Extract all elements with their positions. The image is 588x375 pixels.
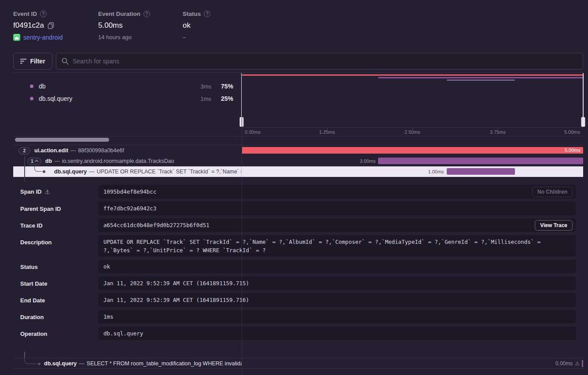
span-bar[interactable]	[378, 158, 583, 164]
axis-tick: 0.00ms	[245, 129, 261, 135]
project-link[interactable]: sentry-android	[13, 34, 63, 41]
detail-row-end-date: End Date Jan 11, 2022 9:52:39 AM CET (16…	[13, 293, 583, 307]
status-sub: –	[183, 34, 210, 40]
separator: —	[89, 169, 95, 175]
span-row-ui-action-edit[interactable]: 2 ui.action.edit — 88f300998a0b4e6f 5.00…	[13, 145, 583, 156]
detail-label: Trace ID	[20, 222, 43, 228]
children-count-badge[interactable]: 2	[18, 147, 30, 154]
children-count-badge[interactable]: 1	[27, 158, 41, 165]
copy-icon[interactable]	[48, 22, 54, 29]
span-op: ui.action.edit	[34, 147, 68, 154]
span-op: db.sql.query	[54, 169, 87, 175]
tree-elbow-connector	[24, 358, 37, 364]
zero-duration-bar	[582, 360, 583, 367]
legend-item-db-sql-query[interactable]: db.sql.query 1ms 25%	[13, 92, 242, 105]
filter-label: Filter	[30, 58, 45, 65]
chevron-up-icon	[35, 160, 38, 163]
help-icon[interactable]: ?	[143, 11, 150, 17]
detail-value: 1ms	[98, 310, 576, 324]
detail-value: UPDATE OR REPLACE `Track` SET `TrackId` …	[98, 235, 576, 257]
detail-value: ffe7dbc92a6942c3	[98, 202, 576, 215]
detail-row-parent-span-id: Parent Span ID ffe7dbc92a6942c3	[13, 202, 583, 215]
search-icon	[62, 58, 69, 65]
axis-tick: 5.00ms	[564, 129, 580, 135]
legend-time: 3ms	[185, 83, 211, 90]
status-label: Status	[183, 11, 201, 17]
search-input[interactable]	[73, 58, 577, 65]
color-dot	[30, 97, 33, 100]
detail-label: Description	[20, 239, 52, 246]
event-duration-label: Event Duration	[98, 11, 140, 17]
legend-op: db	[39, 83, 46, 90]
event-duration-value: 5.00ms	[98, 21, 123, 30]
event-duration-block: Event Duration ? 5.00ms 14 hours ago	[98, 11, 150, 40]
minimap-bar-db	[378, 77, 583, 78]
span-duration: 5.00ms	[565, 147, 581, 154]
trace-minimap[interactable]	[242, 72, 583, 127]
separator: —	[54, 158, 60, 164]
android-platform-icon	[13, 34, 20, 41]
detail-value: Jan 11, 2022 9:52:39 AM CET (1641891159.…	[98, 276, 576, 290]
span-row-db[interactable]: 1 db — io.sentry.android.roomsample.data…	[13, 156, 583, 166]
detail-label: Duration	[20, 313, 44, 320]
span-bar[interactable]	[447, 168, 515, 175]
minimap-bar-query	[447, 80, 515, 81]
event-id-label-row: Event ID ?	[13, 11, 63, 17]
time-axis: 0.00ms 1.25ms 2.50ms 3.75ms 5.00ms	[242, 127, 583, 136]
span-detail-page: Event ID ? f0491c2a sentry-android Event…	[0, 0, 588, 375]
operations-breakdown: db 3ms 75% db.sql.query 1ms 25%	[13, 72, 242, 136]
detail-value: 1095bd4ef8e94bcc No Children	[98, 185, 576, 199]
span-duration: 3.00ms	[360, 156, 375, 166]
event-age: 14 hours ago	[98, 34, 150, 40]
span-desc: SELECT * FROM room_table_modification_lo…	[87, 360, 242, 367]
span-search	[56, 53, 583, 70]
filter-icon	[20, 59, 26, 64]
axis-tick: 2.50ms	[404, 129, 420, 135]
axis-tick: 1.25ms	[319, 129, 335, 135]
span-duration: 1.00ms	[428, 166, 444, 177]
status-block: Status ? ok –	[183, 11, 210, 40]
event-id-label: Event ID	[13, 11, 37, 17]
color-dot	[30, 85, 33, 88]
separator: —	[70, 147, 76, 154]
detail-row-status: Status ok	[13, 260, 583, 273]
span-desc: UPDATE OR REPLACE `Track` SET `TrackId` …	[97, 169, 242, 175]
tree-guide-line	[24, 352, 25, 358]
anchor-icon[interactable]: ⚓	[44, 188, 50, 195]
detail-label: Parent Span ID	[20, 205, 61, 212]
view-trace-button[interactable]: View Trace	[535, 220, 573, 231]
detail-value: a654cc61dc0b48ef9d0b27275b6f0d51 View Tr…	[98, 218, 576, 232]
minimap-right-handle[interactable]	[583, 73, 584, 126]
detail-label: Operation	[20, 330, 47, 337]
no-children-button: No Children	[532, 187, 573, 197]
detail-label: Start Date	[20, 280, 47, 287]
project-name: sentry-android	[23, 34, 63, 41]
help-icon[interactable]: ?	[40, 11, 47, 17]
drag-grip[interactable]	[581, 117, 585, 127]
span-row-db-sql-query-selected[interactable]: db.sql.query — UPDATE OR REPLACE `Track`…	[13, 166, 583, 177]
span-tree: 2 ui.action.edit — 88f300998a0b4e6f 5.00…	[13, 145, 583, 177]
tree-column-divider	[242, 72, 242, 375]
detail-row-operation: Operation db.sql.query	[13, 327, 583, 340]
detail-row-duration: Duration 1ms	[13, 310, 583, 324]
span-details-panel: Span ID ⚓ 1095bd4ef8e94bcc No Children P…	[13, 182, 583, 349]
tree-node-dot	[38, 363, 40, 365]
minimap-bar-root	[242, 74, 583, 76]
filter-button[interactable]: Filter	[13, 53, 52, 70]
legend-pct: 25%	[215, 95, 233, 102]
legend-time: 1ms	[185, 96, 211, 102]
detail-value: ok	[98, 260, 576, 273]
detail-value: Jan 11, 2022 9:52:39 AM CET (1641891159.…	[98, 293, 576, 307]
tree-horizontal-scrollbar[interactable]	[13, 136, 242, 145]
detail-row-trace-id: Trace ID a654cc61dc0b48ef9d0b27275b6f0d5…	[13, 218, 583, 232]
span-bar[interactable]: 5.00ms	[242, 147, 583, 154]
detail-label: Span ID	[20, 188, 41, 195]
legend-item-db[interactable]: db 3ms 75%	[13, 80, 242, 92]
scrollbar-thumb[interactable]	[15, 138, 109, 142]
span-row-db-sql-query-select[interactable]: db.sql.query — SELECT * FROM room_table_…	[13, 358, 583, 369]
detail-label: Status	[20, 263, 38, 270]
axis-tick: 3.75ms	[490, 129, 506, 135]
span-duration: 0.00ms	[555, 360, 573, 367]
help-icon[interactable]: ?	[204, 11, 210, 17]
status-value: ok	[183, 21, 191, 30]
